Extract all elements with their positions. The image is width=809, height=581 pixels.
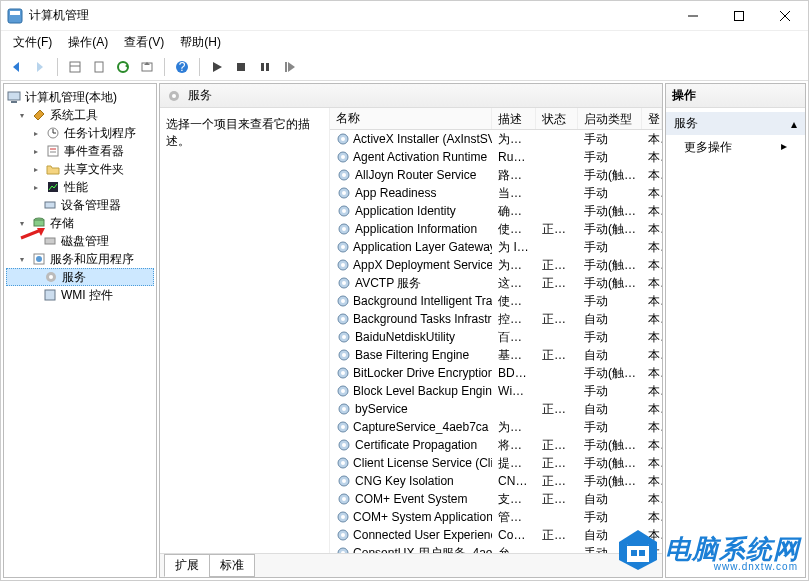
tab-standard[interactable]: 标准 bbox=[209, 554, 255, 577]
tree-task-scheduler[interactable]: ▸ 任务计划程序 bbox=[6, 124, 154, 142]
service-name: Agent Activation Runtime … bbox=[353, 150, 492, 164]
service-name: Client License Service (Clip… bbox=[353, 456, 492, 470]
service-row[interactable]: Certificate Propagation将用…正在…手动(触发…本 bbox=[330, 436, 662, 454]
tree-device-manager[interactable]: 设备管理器 bbox=[6, 196, 154, 214]
tree-shared-folders[interactable]: ▸ 共享文件夹 bbox=[6, 160, 154, 178]
tree-system-tools[interactable]: ▾ 系统工具 bbox=[6, 106, 154, 124]
svg-line-41 bbox=[21, 230, 41, 238]
col-startup[interactable]: 启动类型 bbox=[578, 108, 642, 129]
service-row[interactable]: ActiveX Installer (AxInstSV)为从…手动本 bbox=[330, 130, 662, 148]
service-row[interactable]: Client License Service (Clip…提供…正在…手动(触发… bbox=[330, 454, 662, 472]
service-row[interactable]: Application Identity确定…手动(触发…本 bbox=[330, 202, 662, 220]
tree-performance[interactable]: ▸ 性能 bbox=[6, 178, 154, 196]
maximize-button[interactable] bbox=[716, 1, 762, 31]
service-name: AllJoyn Router Service bbox=[355, 168, 476, 182]
service-row[interactable]: AVCTP 服务这是…正在…手动(触发…本 bbox=[330, 274, 662, 292]
gear-icon bbox=[336, 473, 352, 489]
tree-services[interactable]: 服务 bbox=[6, 268, 154, 286]
chevron-up-icon[interactable]: ▴ bbox=[791, 117, 797, 131]
service-row[interactable]: App Readiness当用…手动本 bbox=[330, 184, 662, 202]
forward-button[interactable] bbox=[29, 56, 51, 78]
service-startup: 自动 bbox=[578, 491, 642, 508]
service-status: 正在… bbox=[536, 473, 578, 490]
service-row[interactable]: COM+ Event System支持…正在…自动本 bbox=[330, 490, 662, 508]
help-button[interactable]: ? bbox=[171, 56, 193, 78]
action-more[interactable]: 更多操作 ▸ bbox=[666, 135, 805, 160]
service-name: AppX Deployment Service … bbox=[353, 258, 492, 272]
service-row[interactable]: BitLocker Drive Encryption …BDE…手动(触发…本 bbox=[330, 364, 662, 382]
services-header-title: 服务 bbox=[188, 87, 212, 104]
service-row[interactable]: CaptureService_4aeb7ca为调…手动本 bbox=[330, 418, 662, 436]
service-desc: 为 In… bbox=[492, 239, 536, 256]
menu-help[interactable]: 帮助(H) bbox=[172, 32, 229, 53]
back-button[interactable] bbox=[5, 56, 27, 78]
service-row[interactable]: byService正在…自动本 bbox=[330, 400, 662, 418]
close-button[interactable] bbox=[762, 1, 808, 31]
service-desc: 使用… bbox=[492, 221, 536, 238]
collapse-icon[interactable]: ▾ bbox=[16, 109, 28, 121]
service-desc: 为部… bbox=[492, 257, 536, 274]
service-status: 正在… bbox=[536, 401, 578, 418]
service-row[interactable]: COM+ System Application管理…手动本 bbox=[330, 508, 662, 526]
service-row[interactable]: Background Tasks Infrastru…控制…正在…自动本 bbox=[330, 310, 662, 328]
services-list[interactable]: ActiveX Installer (AxInstSV)为从…手动本Agent … bbox=[330, 130, 662, 553]
service-row[interactable]: AllJoyn Router Service路由…手动(触发…本 bbox=[330, 166, 662, 184]
service-row[interactable]: Connected User Experienc…Con…正在…自动本 bbox=[330, 526, 662, 544]
expand-icon[interactable]: ▸ bbox=[30, 127, 42, 139]
service-name: Certificate Propagation bbox=[355, 438, 477, 452]
expand-icon[interactable]: ▸ bbox=[30, 163, 42, 175]
service-row[interactable]: Background Intelligent Tra…使用…手动本 bbox=[330, 292, 662, 310]
service-logon: 本 bbox=[642, 239, 662, 256]
svg-point-64 bbox=[341, 299, 345, 303]
tab-extended[interactable]: 扩展 bbox=[164, 554, 210, 577]
expand-icon[interactable]: ▸ bbox=[30, 181, 42, 193]
service-logon: 本 bbox=[642, 293, 662, 310]
service-row[interactable]: CNG Key IsolationCNG…正在…手动(触发…本 bbox=[330, 472, 662, 490]
tree-root[interactable]: 计算机管理(本地) bbox=[6, 88, 154, 106]
menu-view[interactable]: 查看(V) bbox=[116, 32, 172, 53]
service-row[interactable]: Application Information使用…正在…手动(触发…本 bbox=[330, 220, 662, 238]
tree-wmi[interactable]: WMI 控件 bbox=[6, 286, 154, 304]
menu-action[interactable]: 操作(A) bbox=[60, 32, 116, 53]
services-pane: 服务 选择一个项目来查看它的描述。 名称 描述 状态 启动类型 登 Active… bbox=[159, 83, 663, 578]
restart-button[interactable] bbox=[278, 56, 300, 78]
pause-button[interactable] bbox=[254, 56, 276, 78]
service-row[interactable]: BaiduNetdiskUtility百度…手动本 bbox=[330, 328, 662, 346]
expand-icon[interactable]: ▸ bbox=[30, 145, 42, 157]
refresh-button[interactable] bbox=[112, 56, 134, 78]
svg-rect-40 bbox=[45, 290, 55, 300]
tree-event-viewer[interactable]: ▸ 事件查看器 bbox=[6, 142, 154, 160]
service-logon: 本 bbox=[642, 545, 662, 554]
menu-file[interactable]: 文件(F) bbox=[5, 32, 60, 53]
gear-icon bbox=[336, 347, 352, 363]
tools-icon bbox=[31, 107, 47, 123]
service-row[interactable]: Agent Activation Runtime …Runt…手动本 bbox=[330, 148, 662, 166]
service-startup: 手动 bbox=[578, 149, 642, 166]
titlebar: 计算机管理 bbox=[1, 1, 808, 31]
col-name[interactable]: 名称 bbox=[330, 108, 492, 129]
service-row[interactable]: ConsentUX 用户服务_4aeb…允许…手动本 bbox=[330, 544, 662, 553]
svg-point-68 bbox=[342, 335, 346, 339]
col-status[interactable]: 状态 bbox=[536, 108, 578, 129]
play-button[interactable] bbox=[206, 56, 228, 78]
service-startup: 手动(触发… bbox=[578, 473, 642, 490]
collapse-icon[interactable]: ▾ bbox=[16, 253, 28, 265]
col-logon[interactable]: 登 bbox=[642, 108, 662, 129]
svg-point-54 bbox=[342, 209, 346, 213]
stop-button[interactable] bbox=[230, 56, 252, 78]
gear-icon bbox=[43, 269, 59, 285]
service-row[interactable]: AppX Deployment Service …为部…正在…手动(触发…本 bbox=[330, 256, 662, 274]
service-row[interactable]: Base Filtering Engine基本…正在…自动本 bbox=[330, 346, 662, 364]
svg-rect-24 bbox=[11, 101, 17, 103]
minimize-button[interactable] bbox=[670, 1, 716, 31]
export-button[interactable] bbox=[136, 56, 158, 78]
service-name: CaptureService_4aeb7ca bbox=[353, 420, 488, 434]
col-desc[interactable]: 描述 bbox=[492, 108, 536, 129]
tools-button[interactable] bbox=[64, 56, 86, 78]
svg-point-86 bbox=[342, 497, 346, 501]
properties-button[interactable] bbox=[88, 56, 110, 78]
service-row[interactable]: Block Level Backup Engine …Win…手动本 bbox=[330, 382, 662, 400]
tree-services-apps[interactable]: ▾ 服务和应用程序 bbox=[6, 250, 154, 268]
service-row[interactable]: Application Layer Gateway …为 In…手动本 bbox=[330, 238, 662, 256]
svg-point-88 bbox=[341, 515, 345, 519]
